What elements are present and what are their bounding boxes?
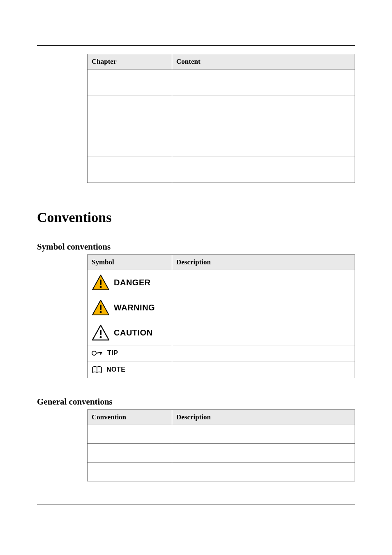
warning-icon [92,299,110,316]
note-icon [92,365,102,374]
danger-icon [92,274,110,291]
svg-rect-0 [100,280,101,285]
top-rule [37,45,355,46]
table-row: NOTE [88,361,355,378]
svg-point-6 [92,351,96,355]
warning-label: WARNING [114,303,155,312]
th-content: Content [172,54,355,69]
caution-icon [92,324,110,341]
table-row [88,444,355,463]
table-row: CAUTION [88,320,355,345]
general-conventions-table: Convention Description [87,409,355,481]
tip-label: TIP [107,349,118,357]
tip-icon [92,350,103,356]
table-row: WARNING [88,295,355,320]
th-symbol: Symbol [88,255,172,270]
svg-rect-2 [100,305,101,310]
note-label: NOTE [106,366,125,373]
table-row [88,95,355,126]
svg-point-3 [100,311,102,313]
heading-conventions: Conventions [37,210,355,225]
table-row [88,126,355,157]
svg-rect-4 [100,330,101,335]
chapter-content-table: Chapter Content [87,54,355,183]
table-row: DANGER [88,270,355,295]
table-row [88,157,355,183]
table-row [88,463,355,481]
th-description2: Description [172,410,355,425]
danger-label: DANGER [114,278,151,287]
table-row [88,69,355,95]
symbol-table: Symbol Description DANGER [87,254,355,378]
table-row: TIP [88,345,355,361]
th-convention: Convention [88,410,172,425]
bottom-rule [37,504,355,504]
heading-general-conventions: General conventions [37,397,355,407]
table-row [88,425,355,444]
th-chapter: Chapter [88,54,172,69]
th-description: Description [172,255,355,270]
svg-point-5 [100,336,102,338]
svg-point-1 [100,286,102,288]
caution-label: CAUTION [114,328,153,338]
heading-symbol-conventions: Symbol conventions [37,242,355,252]
